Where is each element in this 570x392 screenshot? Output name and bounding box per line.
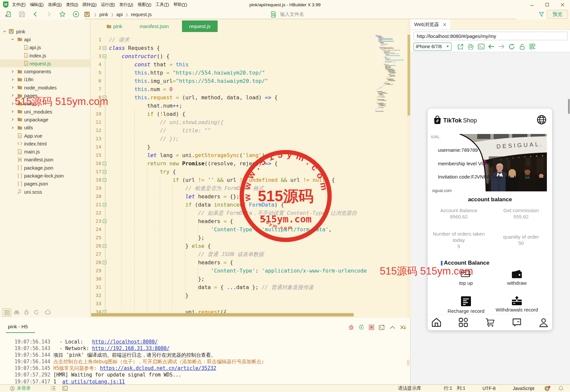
- update-icon[interactable]: [544, 386, 551, 391]
- line-number[interactable]: 13: [91, 135, 101, 143]
- code-line[interactable]: }: [109, 143, 150, 151]
- menu-9[interactable]: 工具(T): [154, 0, 171, 9]
- code-line[interactable]: };: [109, 234, 204, 242]
- settings-button[interactable]: [466, 44, 476, 50]
- line-number[interactable]: 23: [91, 217, 101, 225]
- editor-vscroll-thumb[interactable]: [408, 35, 410, 115]
- code-line[interactable]: // });: [109, 135, 179, 143]
- console-link[interactable]: http://192.168.31.33:8080/: [92, 345, 170, 351]
- line-number[interactable]: 2: [91, 44, 101, 52]
- nav-back-button[interactable]: [32, 11, 39, 18]
- tree-item-uni-scss[interactable]: uni.scss: [0, 188, 90, 196]
- line-number[interactable]: 5: [91, 69, 101, 77]
- close-button[interactable]: [555, 0, 570, 9]
- fold-marker[interactable]: [103, 46, 106, 50]
- line-number[interactable]: 21: [91, 201, 101, 209]
- tree-item-index-html[interactable]: index.html: [0, 140, 90, 147]
- editor-hscroll-thumb[interactable]: [91, 313, 354, 316]
- preview-scrollbar[interactable]: [568, 99, 570, 114]
- tree-chevron-icon[interactable]: [11, 38, 14, 41]
- line-number[interactable]: 18: [91, 176, 101, 184]
- line-number[interactable]: 32: [91, 291, 101, 300]
- console-link[interactable]: http://localhost:8080/: [92, 339, 158, 345]
- tree-item-index-js[interactable]: Jindex.js: [0, 51, 90, 59]
- line-number[interactable]: 1: [91, 36, 101, 44]
- fold-marker[interactable]: [103, 54, 106, 58]
- tree-chevron-icon[interactable]: [11, 70, 14, 73]
- line-number[interactable]: 31: [91, 283, 101, 291]
- tree-item-node-modules[interactable]: node_modules: [0, 83, 90, 91]
- invitation-code-text[interactable]: Invitation code:FJVNPACopy: [438, 174, 501, 180]
- menu-4[interactable]: 查找(I): [64, 0, 80, 9]
- code-line[interactable]: if (!load) {: [109, 110, 185, 118]
- code-line[interactable]: const that = this: [109, 60, 189, 69]
- fold-marker[interactable]: [103, 219, 106, 223]
- open-external-button[interactable]: [455, 44, 466, 50]
- menu-2[interactable]: 编辑(E): [28, 0, 46, 9]
- tree-chevron-icon[interactable]: [3, 30, 6, 33]
- tree-chevron-icon[interactable]: [11, 86, 14, 89]
- code-line[interactable]: try {: [109, 168, 176, 176]
- tree-item-i18n[interactable]: i18n: [0, 76, 90, 83]
- code-line[interactable]: class Requests {: [109, 44, 160, 52]
- browser-refresh-button[interactable]: [507, 44, 517, 50]
- line-number[interactable]: 33: [91, 300, 101, 308]
- url-input[interactable]: http://localhost:8080/#/pages/my/my: [413, 32, 567, 40]
- editor-tab-pink[interactable]: pink: [99, 20, 129, 32]
- code-line[interactable]: let headers = {};: [109, 192, 239, 201]
- action-withdraw[interactable]: withdraw: [492, 269, 542, 286]
- bookmark-button[interactable]: [59, 11, 66, 18]
- tab-cart-icon[interactable]: [485, 317, 495, 327]
- code-line[interactable]: this.http = "https://554.haiwaiym20.top/…: [109, 69, 265, 77]
- line-number[interactable]: 3: [91, 52, 101, 60]
- fold-marker[interactable]: [103, 203, 106, 207]
- tree-item-request-js[interactable]: Jrequest.js: [0, 59, 90, 67]
- line-number[interactable]: 10: [91, 110, 101, 118]
- fold-marker[interactable]: [103, 170, 106, 174]
- run-button[interactable]: [72, 11, 80, 18]
- breadcrumb-item[interactable]: request.js: [131, 12, 152, 17]
- minimize-button[interactable]: [524, 0, 540, 9]
- line-number[interactable]: 7: [91, 85, 101, 93]
- code-line[interactable]: // title: "": [109, 126, 211, 135]
- line-number[interactable]: 29: [91, 267, 101, 275]
- console-tab[interactable]: pink - H5: [8, 324, 28, 329]
- code-line[interactable]: constructor() {: [109, 52, 169, 60]
- code-line[interactable]: // uni.showLoading({: [109, 118, 224, 126]
- tab-category-icon[interactable]: [458, 317, 468, 327]
- login-status[interactable]: 未登录: [17, 385, 31, 391]
- tab-close-icon[interactable]: [443, 23, 446, 26]
- tab-web-browser[interactable]: Web浏览器: [410, 19, 450, 29]
- tree-item-api-js[interactable]: Japi.js: [0, 44, 90, 51]
- line-number[interactable]: 25: [91, 234, 101, 242]
- terminal-icon[interactable]: [62, 386, 68, 391]
- action-recharge-record[interactable]: Recharge record: [441, 295, 491, 314]
- browser-forward-button[interactable]: [496, 44, 507, 49]
- code-line[interactable]: } else {: [109, 242, 211, 250]
- search-view-button[interactable]: [14, 310, 19, 315]
- tree-item-utils[interactable]: utils: [0, 124, 90, 132]
- tree-item-uni-modules[interactable]: uni_modules: [0, 108, 90, 115]
- tree-item-pages-json[interactable]: pages.json: [0, 180, 90, 188]
- code-line[interactable]: }: [109, 291, 189, 300]
- line-number[interactable]: 24: [91, 225, 101, 234]
- line-number[interactable]: 22: [91, 209, 101, 217]
- save-button[interactable]: [18, 11, 25, 18]
- line-number[interactable]: 20: [91, 192, 101, 201]
- language-status[interactable]: JavaScript: [513, 386, 534, 391]
- outline-icon[interactable]: [51, 386, 56, 391]
- console-button[interactable]: [476, 44, 486, 49]
- editor-tab-request-js[interactable]: request.js: [182, 20, 218, 32]
- tree-item-pink[interactable]: pink: [0, 27, 90, 35]
- tab-home-icon[interactable]: [431, 317, 442, 327]
- line-number[interactable]: 6: [91, 77, 101, 85]
- tab-message-icon[interactable]: [512, 317, 522, 327]
- editor-horizontal-scrollbar[interactable]: [91, 313, 410, 316]
- line-number[interactable]: 30: [91, 275, 101, 283]
- collapse-panel-button[interactable]: [390, 326, 395, 329]
- encoding-status[interactable]: UTF-8: [482, 386, 496, 391]
- tree-item-unpackage[interactable]: unpackage: [0, 115, 90, 123]
- tree-chevron-icon[interactable]: [11, 78, 14, 81]
- debug-button[interactable]: [348, 325, 354, 330]
- fold-marker[interactable]: [103, 178, 106, 182]
